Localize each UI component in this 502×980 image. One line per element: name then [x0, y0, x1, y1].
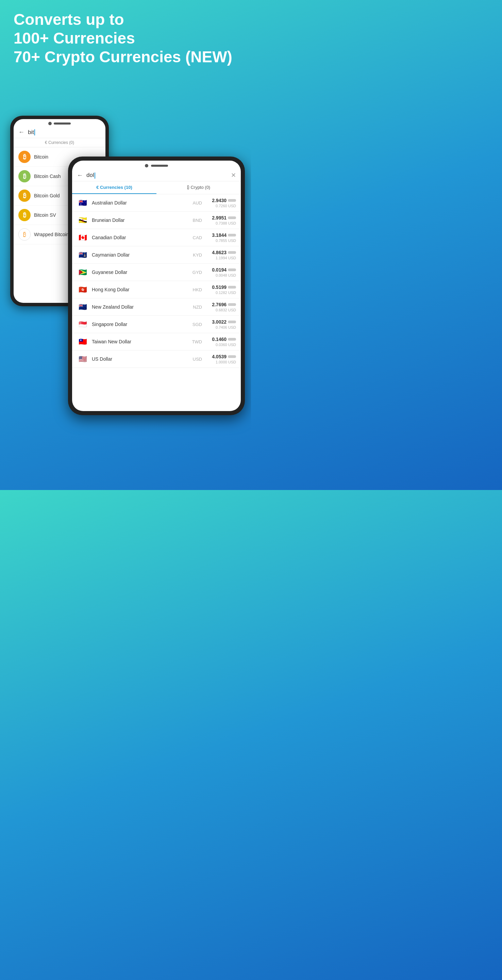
- currency-rate-block: 2.9951 0.7388 USD: [205, 215, 236, 225]
- currency-rate-block: 0.1460 0.0360 USD: [205, 337, 236, 347]
- currency-rate-block: 4.0539 1.0000 USD: [205, 354, 236, 364]
- currency-rate-block: 2.7696 0.6832 USD: [205, 302, 236, 312]
- rate-usd: 0.1282 USD: [216, 291, 236, 295]
- list-item[interactable]: 🇳🇿 New Zealand Dollar NZD 2.7696 0.6832 …: [72, 298, 241, 316]
- speaker-bar: [54, 123, 71, 124]
- back-search-input[interactable]: bit: [28, 129, 101, 136]
- flag-icon: 🇺🇸: [77, 355, 89, 363]
- rate-value: 3.0022: [212, 319, 227, 325]
- list-item[interactable]: 🇰🇾 Caymanian Dollar KYD 4.8623 1.1994 US…: [72, 247, 241, 264]
- speaker-bar: [151, 165, 168, 167]
- crypto-name: Bitcoin Cash: [34, 173, 61, 179]
- rate-usd: 0.0048 USD: [216, 273, 236, 277]
- bitcoin-sv-icon: ₿: [18, 209, 30, 221]
- back-arrow-icon[interactable]: ←: [18, 129, 24, 136]
- bitcoin-cash-icon: ₿: [18, 170, 30, 182]
- currency-name: US Dollar: [92, 356, 186, 362]
- front-search-input[interactable]: dol: [86, 172, 227, 179]
- rate-value: 0.0194: [212, 267, 227, 272]
- rate-value: 3.1844: [212, 232, 227, 238]
- list-item[interactable]: 🇺🇸 US Dollar USD 4.0539 1.0000 USD: [72, 350, 241, 368]
- currency-name: Australian Dollar: [92, 200, 186, 205]
- back-arrow-icon[interactable]: ←: [77, 172, 83, 179]
- currency-code: USD: [190, 356, 202, 362]
- list-item[interactable]: 🇧🇳 Bruneian Dollar BND 2.9951 0.7388 USD: [72, 212, 241, 229]
- currency-list: 🇦🇺 Australian Dollar AUD 2.9430 0.7260 U…: [72, 194, 241, 368]
- rate-value: 2.9430: [212, 198, 227, 203]
- currency-code: GYD: [190, 270, 202, 275]
- currency-rate-block: 4.8623 1.1994 USD: [205, 250, 236, 260]
- currency-name: Hong Kong Dollar: [92, 287, 186, 292]
- rate-value: 2.9951: [212, 215, 227, 221]
- rate-value: 4.8623: [212, 250, 227, 255]
- currency-code: NZD: [190, 305, 202, 310]
- flag-icon: 🇳🇿: [77, 303, 89, 311]
- currency-code: BND: [190, 218, 202, 223]
- rate-bar: [228, 338, 236, 340]
- list-item[interactable]: 🇭🇰 Hong Kong Dollar HKD 0.5199 0.1282 US…: [72, 281, 241, 298]
- rate-usd: 1.1994 USD: [216, 256, 236, 260]
- flag-icon: 🇨🇦: [77, 234, 89, 242]
- hero-line2: 100+ Currencies: [14, 29, 135, 47]
- currency-rate-block: 0.5199 0.1282 USD: [205, 285, 236, 295]
- rate-bar: [228, 303, 236, 306]
- flag-icon: 🇬🇾: [77, 268, 89, 276]
- wrapped-bitcoin-icon: ₿: [18, 228, 30, 240]
- currency-name: Bruneian Dollar: [92, 218, 186, 223]
- list-item[interactable]: 🇦🇺 Australian Dollar AUD 2.9430 0.7260 U…: [72, 194, 241, 212]
- currency-rate-block: 2.9430 0.7260 USD: [205, 198, 236, 208]
- flag-icon: 🇰🇾: [77, 251, 89, 259]
- flag-icon: 🇹🇼: [77, 337, 89, 346]
- rate-bar: [228, 269, 236, 271]
- rate-usd: 0.6832 USD: [216, 308, 236, 312]
- crypto-name: Bitcoin: [34, 154, 48, 159]
- currency-name: New Zealand Dollar: [92, 304, 186, 310]
- currency-code: HKD: [190, 287, 202, 292]
- currency-name: Caymanian Dollar: [92, 252, 186, 258]
- tab-currencies[interactable]: € Currencies (10): [72, 181, 156, 194]
- currency-code: SGD: [190, 322, 202, 327]
- currency-rate-block: 3.1844 0.7855 USD: [205, 232, 236, 243]
- crypto-name: Wrapped Bitcoin: [34, 232, 69, 237]
- currency-name: Canadian Dollar: [92, 235, 186, 240]
- rate-bar: [228, 355, 236, 358]
- rate-usd: 1.0000 USD: [216, 360, 236, 364]
- list-item[interactable]: 🇨🇦 Canadian Dollar CAD 3.1844 0.7855 USD: [72, 229, 241, 247]
- currency-code: KYD: [190, 253, 202, 258]
- currency-name: Singapore Dollar: [92, 321, 186, 327]
- rate-bar: [228, 199, 236, 202]
- front-search-text: dol: [86, 172, 94, 178]
- phone-back-notch: [14, 119, 105, 127]
- list-item[interactable]: 🇸🇬 Singapore Dollar SGD 3.0022 0.7406 US…: [72, 316, 241, 333]
- rate-bar: [228, 234, 236, 237]
- currency-code: CAD: [190, 235, 202, 240]
- currency-code: AUD: [190, 200, 202, 205]
- rate-usd: 0.7406 USD: [216, 325, 236, 329]
- crypto-name: Bitcoin SV: [34, 212, 56, 218]
- rate-bar: [228, 321, 236, 323]
- flag-icon: 🇸🇬: [77, 320, 89, 328]
- tab-bar: € Currencies (10) ₿ Crypto (0): [72, 181, 241, 194]
- list-item[interactable]: 🇬🇾 Guyanese Dollar GYD 0.0194 0.0048 USD: [72, 264, 241, 281]
- tab-crypto[interactable]: ₿ Crypto (0): [156, 181, 241, 194]
- rate-value: 0.5199: [212, 285, 227, 290]
- phone-front: ← dol ✕ € Currencies (10) ₿ Crypto (0) 🇦…: [68, 156, 245, 415]
- bitcoin-icon: ₿: [18, 151, 30, 163]
- rate-usd: 0.7388 USD: [216, 221, 236, 225]
- camera-dot: [48, 122, 52, 125]
- rate-usd: 0.0360 USD: [216, 343, 236, 347]
- currency-rate-block: 0.0194 0.0048 USD: [205, 267, 236, 277]
- hero-line3: 70+ Crypto Currencies (NEW): [14, 48, 232, 66]
- rate-value: 0.1460: [212, 337, 227, 342]
- camera-dot: [145, 164, 148, 167]
- rate-value: 4.0539: [212, 354, 227, 360]
- crypto-name: Bitcoin Gold: [34, 193, 60, 198]
- currency-name: Taiwan New Dollar: [92, 339, 186, 344]
- flag-icon: 🇧🇳: [77, 216, 89, 224]
- front-search-bar: ← dol ✕: [72, 169, 241, 181]
- hero-line1: Converts up to: [14, 11, 124, 28]
- list-item[interactable]: 🇹🇼 Taiwan New Dollar TWD 0.1460 0.0360 U…: [72, 333, 241, 350]
- close-icon[interactable]: ✕: [231, 172, 236, 179]
- rate-bar: [228, 286, 236, 288]
- currency-name: Guyanese Dollar: [92, 269, 186, 275]
